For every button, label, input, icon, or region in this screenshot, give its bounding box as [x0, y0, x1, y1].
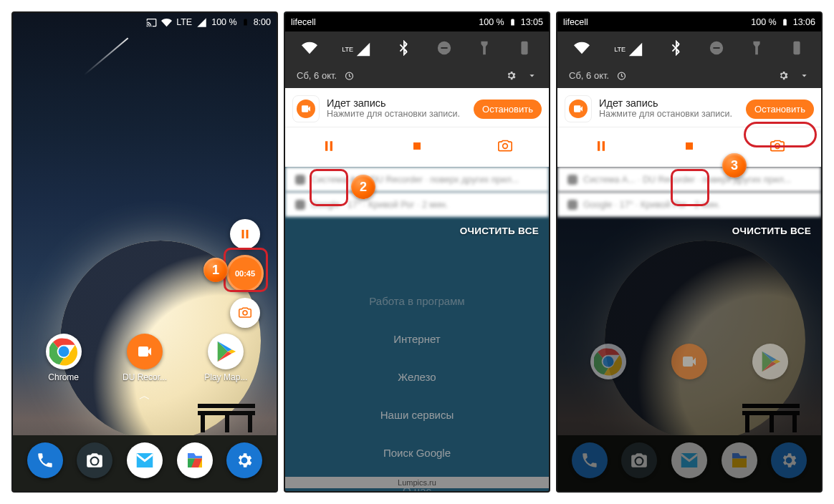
qs-rotation[interactable] [517, 40, 532, 59]
app-label: DU Recor... [123, 372, 167, 382]
callout-badge-2: 2 [351, 175, 375, 199]
battery-icon [241, 16, 249, 28]
settings-icon[interactable] [506, 70, 517, 81]
home-apps-row: Chrome DU Recor... Play Мар... [13, 334, 277, 382]
app-drawer-arrow-icon[interactable]: ︿ [139, 389, 150, 404]
highlight-ring-stopbtn [744, 122, 817, 147]
notif-title: Идет запись [599, 97, 732, 109]
highlight-ring-2 [310, 169, 348, 206]
carrier: lifecell [291, 17, 316, 27]
carrier: lifecell [563, 17, 588, 27]
quick-settings: LTE Сб, 6 окт. [285, 32, 549, 88]
notif-subtitle: Нажмите для остановки записи. [327, 109, 460, 120]
svg-point-1 [58, 346, 69, 357]
notification-shade: lifecell 100 % 13:05 LTE Сб, 6 окт. [285, 13, 549, 491]
qs-cellular[interactable]: LTE [342, 42, 371, 57]
qs-flashlight[interactable] [749, 40, 764, 59]
status-bar: lifecell 100 % 13:05 [285, 13, 549, 32]
notif-title: Идет запись [327, 97, 460, 109]
settings-icon[interactable] [778, 70, 789, 81]
signal-icon [196, 17, 207, 28]
status-bar: lifecell 100 % 13:06 [557, 13, 821, 32]
files-app-icon[interactable] [177, 442, 213, 478]
clear-all-button[interactable]: ОЧИСТИТЬ ВСЕ [557, 217, 821, 241]
pause-icon [239, 228, 251, 241]
phone-app-icon[interactable] [27, 442, 63, 478]
notif-subtitle: Нажмите для остановки записи. [599, 109, 732, 120]
svg-point-2 [92, 458, 98, 465]
quick-settings: LTE Сб, 6 окт. [557, 32, 821, 88]
status-bar: LTE 100 % 8:00 [13, 13, 277, 32]
qs-rotation[interactable] [789, 40, 805, 59]
qs-bluetooth[interactable] [396, 40, 411, 59]
callout-badge-3: 3 [722, 153, 747, 178]
meteor [84, 38, 129, 76]
battery-icon [781, 16, 789, 28]
svg-rect-9 [793, 42, 800, 54]
camera-app-icon[interactable] [77, 442, 112, 478]
pause-action[interactable] [594, 139, 608, 156]
app-du-recorder[interactable]: DU Recor... [119, 334, 171, 382]
clock: 13:05 [521, 17, 543, 27]
battery-text: 100 % [479, 17, 504, 27]
qs-dnd[interactable] [436, 40, 452, 59]
settings-app-icon[interactable] [226, 442, 262, 478]
battery-text: 100 % [751, 17, 776, 27]
phone-screen-1: LTE 100 % 8:00 00:45 Chrome DU Recor.. [11, 11, 278, 493]
du-recorder-icon [127, 334, 163, 369]
expand-icon[interactable] [799, 70, 810, 81]
pause-action[interactable] [322, 139, 336, 156]
dock [13, 442, 277, 481]
stop-action[interactable] [682, 139, 696, 156]
battery-icon [509, 16, 517, 28]
recorder-app-icon [565, 95, 592, 122]
qs-bluetooth[interactable] [668, 40, 684, 59]
clock: 8:00 [254, 17, 271, 27]
stop-button[interactable]: Остановить [746, 100, 814, 119]
clock: 13:06 [793, 17, 815, 27]
svg-rect-11 [686, 142, 693, 150]
qs-cellular[interactable]: LTE [614, 42, 643, 57]
inbox-app-icon[interactable] [127, 442, 163, 478]
tools-action[interactable] [498, 139, 512, 156]
qs-flashlight[interactable] [476, 40, 492, 59]
alarm-icon [616, 70, 627, 81]
phone-screen-3: lifecell 100 % 13:06 LTE Сб, 6 окт. [556, 11, 823, 493]
tools-float-button[interactable] [230, 298, 260, 328]
date-label: Сб, 6 окт. [569, 70, 609, 81]
recorder-app-icon [292, 95, 320, 122]
highlight-ring-stop [671, 169, 709, 206]
qs-wifi[interactable] [302, 40, 317, 59]
chrome-icon [46, 334, 82, 369]
app-label: Play Мар... [204, 372, 247, 382]
wifi-icon [161, 17, 172, 28]
clear-all-button[interactable]: ОЧИСТИТЬ ВСЕ [285, 217, 549, 241]
stop-button[interactable]: Остановить [474, 100, 542, 119]
cast-icon [146, 17, 157, 28]
camera-tool-icon [239, 306, 251, 319]
alarm-icon [344, 70, 355, 81]
bench [198, 404, 255, 432]
expand-icon[interactable] [527, 70, 537, 81]
svg-rect-3 [521, 42, 527, 54]
recording-notification[interactable]: Идет запись Нажмите для остановки записи… [285, 88, 549, 167]
svg-rect-5 [413, 142, 421, 150]
date-label: Сб, 6 окт. [297, 70, 337, 81]
notification-shade: lifecell 100 % 13:06 LTE Сб, 6 окт. [557, 13, 821, 491]
app-label: Chrome [48, 372, 79, 382]
pause-float-button[interactable] [230, 219, 260, 249]
phone-screen-2: Работа в программ Интернет Железо Наши с… [284, 11, 550, 493]
app-chrome[interactable]: Chrome [38, 334, 90, 382]
highlight-ring-1 [224, 248, 268, 292]
battery-text: 100 % [211, 17, 236, 27]
callout-badge-1: 1 [203, 258, 228, 282]
qs-dnd[interactable] [709, 40, 724, 59]
app-play-store[interactable]: Play Мар... [200, 334, 251, 382]
play-store-icon [208, 334, 244, 369]
stop-action[interactable] [410, 139, 424, 156]
qs-wifi[interactable] [574, 40, 590, 59]
network-label: LTE [176, 17, 192, 27]
